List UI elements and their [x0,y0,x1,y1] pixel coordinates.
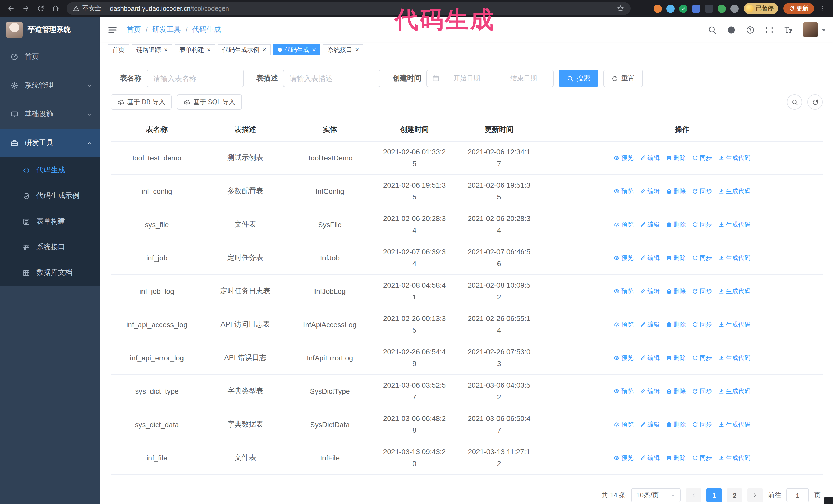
bottom-right-widget[interactable] [824,497,833,504]
user-menu[interactable] [803,22,826,38]
app-logo[interactable]: 芋道管理系统 [0,17,100,43]
browser-forward-button[interactable] [19,2,33,16]
delete-action-link[interactable]: 删除 [666,320,686,329]
generate-action-link[interactable]: 生成代码 [718,420,751,429]
browser-back-button[interactable] [4,2,18,16]
prev-page-button[interactable] [686,488,701,502]
sync-action-link[interactable]: 同步 [692,387,712,395]
preview-action-link[interactable]: 预览 [614,454,634,462]
navbar-help-button[interactable] [746,25,755,34]
tab-codegen-example[interactable]: 代码生成示例× [218,44,271,55]
generate-action-link[interactable]: 生成代码 [718,254,751,262]
edit-action-link[interactable]: 编辑 [640,287,660,295]
sidebar-item-system[interactable]: 系统管理 [0,71,100,100]
edit-action-link[interactable]: 编辑 [640,354,660,362]
table-desc-input[interactable] [283,70,380,87]
table-name-input[interactable] [147,70,244,87]
dark-extension-icon[interactable] [705,4,713,13]
page-size-select[interactable]: 10条/页 [631,488,681,502]
preview-action-link[interactable]: 预览 [614,420,634,429]
navbar-font-size-button[interactable] [784,25,792,34]
toggle-search-button[interactable] [787,94,802,110]
sync-action-link[interactable]: 同步 [692,287,712,295]
preview-action-link[interactable]: 预览 [614,354,634,362]
reset-button[interactable]: 重置 [603,70,643,87]
sync-action-link[interactable]: 同步 [692,187,712,196]
edit-action-link[interactable]: 编辑 [640,254,660,262]
edit-action-link[interactable]: 编辑 [640,454,660,462]
edit-action-link[interactable]: 编辑 [640,420,660,429]
refresh-table-button[interactable] [807,94,823,110]
preview-action-link[interactable]: 预览 [614,220,634,229]
sidebar-item-codegen-example[interactable]: 代码生成示例 [0,183,100,209]
sidebar-item-form-builder[interactable]: 表单构建 [0,209,100,234]
page-button-2[interactable]: 2 [727,488,742,502]
generate-action-link[interactable]: 生成代码 [718,454,751,462]
generate-action-link[interactable]: 生成代码 [718,354,751,362]
leaf-extension-icon[interactable] [717,4,725,13]
drop-extension-icon[interactable] [666,4,674,13]
delete-action-link[interactable]: 删除 [666,354,686,362]
search-button[interactable]: 搜索 [559,70,598,87]
delete-action-link[interactable]: 删除 [666,254,686,262]
edit-action-link[interactable]: 编辑 [640,220,660,229]
delete-action-link[interactable]: 删除 [666,220,686,229]
generate-action-link[interactable]: 生成代码 [718,287,751,295]
generate-action-link[interactable]: 生成代码 [718,153,751,162]
generate-action-link[interactable]: 生成代码 [718,320,751,329]
preview-action-link[interactable]: 预览 [614,387,634,395]
browser-home-button[interactable] [49,2,63,16]
sync-action-link[interactable]: 同步 [692,454,712,462]
fox-extension-icon[interactable] [653,4,662,13]
tab-api[interactable]: 系统接口× [323,44,363,55]
people-extension-icon[interactable] [692,4,700,13]
navbar-search-button[interactable] [708,25,717,34]
delete-action-link[interactable]: 删除 [666,387,686,395]
breadcrumb-item[interactable]: 研发工具 [152,25,181,34]
tab-close-icon[interactable]: × [164,47,168,53]
edit-action-link[interactable]: 编辑 [640,153,660,162]
tab-close-icon[interactable]: × [207,47,211,53]
date-range-picker[interactable]: 开始日期 - 结束日期 [427,70,554,87]
next-page-button[interactable] [747,488,763,502]
security-warning[interactable]: 不安全 [73,4,101,13]
preview-action-link[interactable]: 预览 [614,187,634,196]
sidebar-item-codegen[interactable]: 代码生成 [0,158,100,183]
verified-extension-icon[interactable] [679,4,687,13]
import-sql-button[interactable]: 基于 SQL 导入 [177,94,242,110]
paused-badge[interactable]: 已暂停 [743,3,778,14]
hamburger-icon[interactable] [108,25,117,34]
tab-close-icon[interactable]: × [312,47,316,53]
navbar-fullscreen-button[interactable] [765,25,774,34]
delete-action-link[interactable]: 删除 [666,420,686,429]
browser-update-button[interactable]: 更新 [783,3,814,14]
delete-action-link[interactable]: 删除 [666,153,686,162]
bookmark-star-icon[interactable] [617,5,624,12]
import-db-button[interactable]: 基于 DB 导入 [111,94,172,110]
tab-close-icon[interactable]: × [355,47,359,53]
tab-form-builder[interactable]: 表单构建× [175,44,215,55]
preview-action-link[interactable]: 预览 [614,320,634,329]
sync-action-link[interactable]: 同步 [692,220,712,229]
delete-action-link[interactable]: 删除 [666,187,686,196]
tab-codegen[interactable]: 代码生成× [273,44,320,55]
delete-action-link[interactable]: 删除 [666,454,686,462]
tab-home[interactable]: 首页 [108,44,129,55]
sidebar-item-infra[interactable]: 基础设施 [0,100,100,129]
browser-reload-button[interactable] [34,2,48,16]
sidebar-item-devtools[interactable]: 研发工具 [0,129,100,158]
goto-page-input[interactable] [786,488,809,502]
tab-close-icon[interactable]: × [262,47,266,53]
address-bar[interactable]: 不安全 dashboard.yudao.iocoder.cn/tool/code… [67,2,630,15]
sidebar-item-api[interactable]: 系统接口 [0,234,100,260]
edit-action-link[interactable]: 编辑 [640,387,660,395]
preview-action-link[interactable]: 预览 [614,254,634,262]
page-button-1[interactable]: 1 [706,488,722,502]
sync-action-link[interactable]: 同步 [692,254,712,262]
browser-menu-button[interactable] [815,2,829,16]
sync-action-link[interactable]: 同步 [692,354,712,362]
tab-trace[interactable]: 链路追踪× [132,44,172,55]
delete-action-link[interactable]: 删除 [666,287,686,295]
sync-action-link[interactable]: 同步 [692,320,712,329]
sync-action-link[interactable]: 同步 [692,420,712,429]
